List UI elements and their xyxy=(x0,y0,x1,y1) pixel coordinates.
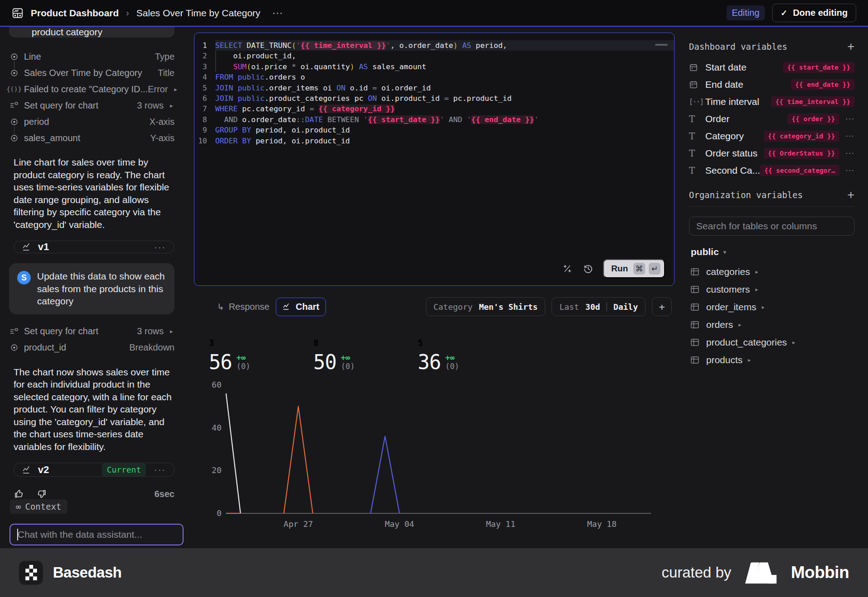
step-label: sales_amount xyxy=(24,133,80,143)
variable-row-end-date[interactable]: End date {{ end_date }} xyxy=(689,76,854,93)
context-chip[interactable]: ∞ Context xyxy=(10,499,67,514)
variable-name: Category xyxy=(705,131,744,142)
add-filter-button[interactable]: + xyxy=(652,297,672,316)
step-error[interactable]: {()} Failed to create "Category ID... Er… xyxy=(8,81,175,97)
date-range-chip[interactable]: Last 30d Daily xyxy=(552,297,646,316)
thumbs-up-icon[interactable] xyxy=(14,488,24,499)
breadcrumb-current[interactable]: Sales Over Time by Category xyxy=(137,8,260,19)
step-meta: 3 rows xyxy=(137,326,164,336)
line-number: 6 xyxy=(194,93,215,104)
code-line[interactable]: 2 oi.product_id, xyxy=(194,51,674,61)
table-row-product-categories[interactable]: product_categories ▸ xyxy=(689,333,854,351)
user-message-text: product category xyxy=(32,27,102,38)
chart-line-icon xyxy=(22,242,32,251)
schema-selector[interactable]: public ▾ xyxy=(689,246,854,257)
code-line[interactable]: 8 AND o.order_date::DATE BETWEEN '{{ sta… xyxy=(194,114,674,125)
version-card-v2[interactable]: v2 Current ··· xyxy=(14,463,175,477)
code-line[interactable]: 9GROUP BY period, oi.product_id xyxy=(194,125,674,135)
sales-line-chart[interactable]: 0204060Apr 27May 04May 11May 18 xyxy=(212,379,673,533)
code-line[interactable]: 3 SUM(oi.price * oi.quantity) AS sales_a… xyxy=(194,62,674,72)
breadcrumb-root[interactable]: Product Dashboard xyxy=(31,8,119,19)
code-line[interactable]: 4FROM public.orders o xyxy=(194,72,674,82)
done-editing-button[interactable]: ✓ Done editing xyxy=(772,4,856,22)
step-set-query-2[interactable]: Set query for chart 3 rows ▸ xyxy=(8,323,175,340)
table-icon xyxy=(691,339,703,346)
add-org-variable-button[interactable]: + xyxy=(847,190,854,199)
code-line[interactable]: 5JOIN public.order_items oi ON o.id = oi… xyxy=(194,83,674,93)
variable-row-category[interactable]: T Category {{ category_id }} ··· xyxy=(689,128,854,145)
variable-row-second-category[interactable]: T Second Ca... {{ second_categor… ··· xyxy=(689,162,854,179)
step-breakdown[interactable]: product_id Breakdown xyxy=(8,340,175,356)
format-sparkles-icon[interactable] xyxy=(561,263,573,275)
range-value: 30d xyxy=(585,302,600,312)
code-line[interactable]: 1SELECT DATE_TRUNC('{{ time_interval }}'… xyxy=(194,40,674,51)
suggestion-bubble[interactable]: S Update this data to show each sales fr… xyxy=(9,263,175,314)
version-card-v1[interactable]: v1 ··· xyxy=(14,241,175,253)
table-row-customers[interactable]: customers ▸ xyxy=(689,280,854,298)
variable-row-time-interval[interactable]: [··] Time interval {{ time_interval }} xyxy=(689,93,854,110)
step-chart-title[interactable]: Sales Over Time by Category Title xyxy=(8,65,175,81)
variable-menu-icon[interactable]: ··· xyxy=(840,166,854,175)
code-line[interactable]: 7WHERE pc.category_id = {{ category_id }… xyxy=(194,104,674,114)
variable-name: Start date xyxy=(705,62,746,73)
text-type-icon: T xyxy=(689,114,702,124)
variable-row-order-status[interactable]: T Order status {{ OrderStatus }} ··· xyxy=(689,145,854,162)
step-meta: X-axis xyxy=(149,117,175,127)
step-x-axis[interactable]: period X-axis xyxy=(8,114,175,130)
add-variable-button[interactable]: + xyxy=(847,42,854,51)
chat-panel: product category Line Type Sales Over Ti… xyxy=(0,27,184,548)
variable-menu-icon[interactable]: ··· xyxy=(839,114,854,123)
organization-variables-title: Organization variables xyxy=(689,190,803,200)
variable-row-order[interactable]: T Order {{ order }} ··· xyxy=(689,110,854,128)
chart-line-icon xyxy=(283,303,291,311)
more-icon[interactable]: ··· xyxy=(154,464,166,475)
variable-menu-icon[interactable]: ··· xyxy=(839,149,854,158)
more-icon[interactable]: ··· xyxy=(154,242,166,252)
schema-name: public xyxy=(691,246,719,257)
table-row-order-items[interactable]: order_items ▸ xyxy=(689,298,854,316)
line-number: 7 xyxy=(194,104,215,114)
app-window: Product Dashboard › Sales Over Time by C… xyxy=(0,0,868,597)
version-label: v2 xyxy=(38,464,49,476)
chevron-right-icon: ▸ xyxy=(762,304,764,310)
code-line[interactable]: 6JOIN public.product_categories pc ON oi… xyxy=(194,93,674,104)
cmd-key-icon: ⌘ xyxy=(633,263,645,275)
step-chart-type[interactable]: Line Type xyxy=(8,48,175,65)
basedash-brand: Basedash xyxy=(19,561,122,585)
history-icon[interactable] xyxy=(582,263,594,275)
variable-menu-icon[interactable]: ··· xyxy=(839,132,854,141)
variable-token: {{ second_categor… xyxy=(760,165,839,176)
x-tick-label: May 11 xyxy=(486,519,515,529)
table-icon xyxy=(691,303,703,311)
table-row-orders[interactable]: orders ▸ xyxy=(689,316,854,333)
basedash-logo-icon xyxy=(19,561,43,585)
y-tick-label: 40 xyxy=(212,423,222,432)
dashboard-variables-title: Dashboard variables xyxy=(689,42,787,52)
scrollbar-thumb[interactable] xyxy=(655,44,668,46)
variable-row-start-date[interactable]: Start date {{ start_date }} xyxy=(689,59,854,76)
line-number: 9 xyxy=(194,125,215,135)
topbar: Product Dashboard › Sales Over Time by C… xyxy=(0,0,868,26)
breadcrumb-more-icon[interactable]: ⋯ xyxy=(272,7,283,19)
table-icon xyxy=(691,356,703,364)
table-row-products[interactable]: products ▸ xyxy=(689,351,854,369)
run-button[interactable]: Run ⌘ ↵ xyxy=(603,259,665,278)
series-name: 8 xyxy=(313,338,418,348)
series-line-3 xyxy=(226,393,241,513)
table-row-categories[interactable]: categories ▸ xyxy=(689,263,854,280)
step-set-query[interactable]: Set query for chart 3 rows ▸ xyxy=(8,97,175,114)
code-line[interactable]: 10ORDER BY period, oi.product_id xyxy=(194,136,674,146)
chat-input[interactable] xyxy=(9,524,184,545)
tab-chart[interactable]: Chart xyxy=(276,298,326,316)
tab-response[interactable]: ↳ Response xyxy=(211,298,276,316)
table-name: customers xyxy=(706,284,750,295)
code-text: FROM public.orders o xyxy=(215,72,674,82)
series-stat: 3 56 +∞ (0) xyxy=(209,338,313,374)
category-filter-chip[interactable]: Category Men's Shirts xyxy=(426,297,546,316)
step-y-axis[interactable]: sales_amount Y-axis xyxy=(8,130,175,146)
target-icon xyxy=(8,344,20,351)
sql-editor[interactable]: 1SELECT DATE_TRUNC('{{ time_interval }}'… xyxy=(194,33,675,286)
braces-icon: {()} xyxy=(8,85,20,93)
thumbs-down-icon[interactable] xyxy=(36,488,47,499)
table-search-input[interactable] xyxy=(689,217,854,236)
